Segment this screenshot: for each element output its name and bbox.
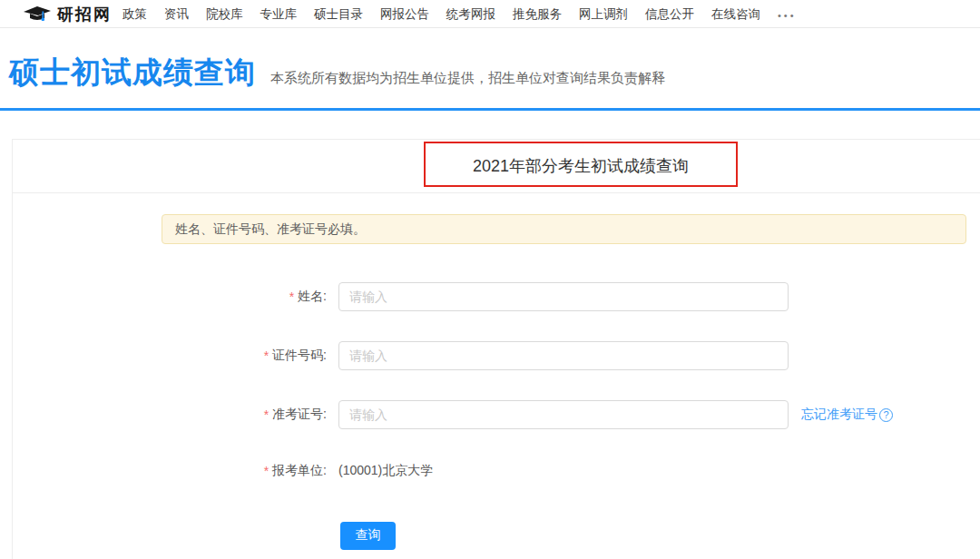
- admission-ticket-label: * 准考证号:: [227, 407, 327, 423]
- page-subtitle: 本系统所有数据均为招生单位提供，招生单位对查询结果负责解释: [270, 70, 665, 87]
- nav-item-college-library[interactable]: 院校库: [206, 6, 243, 23]
- graduation-cap-icon: [24, 5, 51, 24]
- form-row-submit: 查询: [340, 521, 396, 550]
- required-asterisk: *: [264, 348, 269, 363]
- required-fields-alert: 姓名、证件号码、准考证号必填。: [162, 214, 966, 244]
- nav-item-report-notice[interactable]: 网报公告: [380, 6, 429, 23]
- target-university-value: (10001)北京大学: [338, 463, 433, 479]
- card-header: 2021年部分考生初试成绩查询: [13, 140, 980, 193]
- help-icon: ?: [879, 408, 893, 422]
- target-university-label-text: 报考单位:: [272, 463, 327, 479]
- blue-divider: [0, 108, 980, 111]
- forgot-ticket-link[interactable]: 忘记准考证号 ?: [801, 407, 893, 423]
- top-nav: 研招网 政策 资讯 院校库 专业库 硕士目录 网报公告 统考网报 推免服务 网上…: [0, 0, 980, 28]
- query-button[interactable]: 查询: [340, 522, 396, 550]
- required-asterisk: *: [264, 407, 269, 422]
- required-asterisk: *: [289, 289, 294, 304]
- page-title: 硕士初试成绩查询: [9, 53, 256, 93]
- name-label-text: 姓名:: [298, 289, 327, 305]
- id-number-label: * 证件号码:: [227, 348, 327, 364]
- nav-item-major-library[interactable]: 专业库: [260, 6, 298, 23]
- nav-item-unified-exam-report[interactable]: 统考网报: [446, 6, 495, 23]
- nav-item-policy[interactable]: 政策: [122, 6, 147, 23]
- nav-item-exemption-service[interactable]: 推免服务: [513, 6, 562, 23]
- card-title: 2021年部分考生初试成绩查询: [473, 140, 689, 193]
- name-label: * 姓名:: [227, 289, 327, 305]
- nav-more-icon[interactable]: •••: [778, 8, 797, 21]
- name-input[interactable]: [338, 282, 789, 311]
- form-row-id-number: * 证件号码:: [227, 341, 789, 370]
- required-asterisk: *: [264, 464, 269, 478]
- nav-item-info-disclosure[interactable]: 信息公开: [645, 6, 694, 23]
- nav-item-news[interactable]: 资讯: [164, 6, 189, 23]
- page: 研招网 政策 资讯 院校库 专业库 硕士目录 网报公告 统考网报 推免服务 网上…: [0, 0, 980, 559]
- nav-menu: 政策 资讯 院校库 专业库 硕士目录 网报公告 统考网报 推免服务 网上调剂 信…: [122, 0, 797, 28]
- admission-ticket-input[interactable]: [338, 400, 789, 429]
- nav-item-online-consult[interactable]: 在线咨询: [711, 6, 760, 23]
- page-header: 硕士初试成绩查询 本系统所有数据均为招生单位提供，招生单位对查询结果负责解释: [9, 53, 665, 93]
- logo-text: 研招网: [57, 4, 112, 25]
- admission-ticket-label-text: 准考证号:: [272, 407, 327, 423]
- alert-text: 姓名、证件号码、准考证号必填。: [175, 221, 366, 236]
- forgot-ticket-link-text: 忘记准考证号: [801, 407, 877, 423]
- target-university-label: * 报考单位:: [227, 463, 327, 479]
- nav-item-master-catalog[interactable]: 硕士目录: [314, 6, 363, 23]
- id-number-input[interactable]: [338, 341, 789, 370]
- form-row-target-university: * 报考单位: (10001)北京大学: [227, 456, 433, 485]
- form-row-admission-ticket: * 准考证号: 忘记准考证号 ?: [227, 400, 893, 429]
- id-number-label-text: 证件号码:: [272, 348, 327, 364]
- nav-item-online-adjustment[interactable]: 网上调剂: [579, 6, 628, 23]
- site-logo[interactable]: 研招网: [24, 0, 112, 28]
- form-row-name: * 姓名:: [227, 282, 789, 311]
